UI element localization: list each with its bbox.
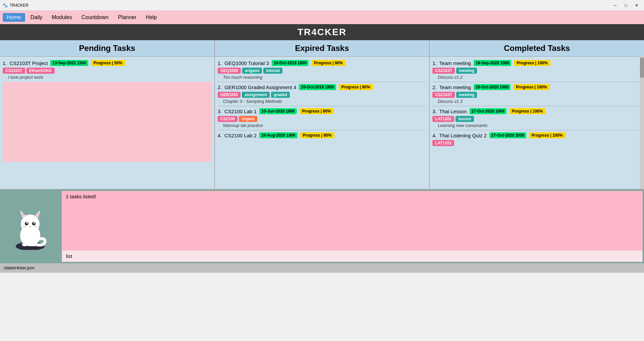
close-button[interactable]: ✕ xyxy=(632,2,641,9)
task-header: 1. Team meeting 19-Sep-2020 1000 Progres… xyxy=(432,59,641,67)
minimize-button[interactable]: ─ xyxy=(610,2,620,9)
console-output: 1 tasks listed! xyxy=(62,191,643,250)
cat-eye-highlight-right xyxy=(34,222,35,223)
task-tags: GEQ1000 origami tutorial xyxy=(218,68,427,74)
title-bar-label: TR4CKER xyxy=(10,3,29,8)
completed-task-1: 1. Team meeting 19-Sep-2020 1000 Progres… xyxy=(432,59,641,80)
cat-paw-right xyxy=(31,243,37,246)
expired-task-1: 1. GEQ1000 Tutorial 3 10-Oct-2019 1800 P… xyxy=(218,59,427,80)
task-header: 1. CS2103T Project 13-Sep-2021 1500 Prog… xyxy=(3,59,212,67)
menu-item-countdown[interactable]: Countdown xyxy=(77,13,113,22)
title-bar: 🐾 TR4CKER ─ □ ✕ xyxy=(0,0,644,11)
pending-header: Pending Tasks xyxy=(0,40,214,57)
pending-task-1: 1. CS2103T Project 13-Sep-2021 1500 Prog… xyxy=(3,59,212,80)
status-bar: .\data\tr4cker.json xyxy=(0,263,644,273)
completed-header: Completed Tasks xyxy=(430,40,644,57)
task-tags: CS2103T meeting xyxy=(432,92,641,98)
expired-column: Expired Tasks 1. GEQ1000 Tutorial 3 10-O… xyxy=(215,40,430,189)
task-header: 2. Team meeting 25-Oct-2020 1000 Progres… xyxy=(432,83,641,91)
task-header: 3. Thai Lesson 27-Oct-2020 1000 Progress… xyxy=(432,108,641,115)
expired-body: 1. GEQ1000 Tutorial 3 10-Oct-2019 1800 P… xyxy=(215,57,429,189)
completed-body: 1. Team meeting 19-Sep-2020 1000 Progres… xyxy=(430,57,644,189)
task-header: 2. GER1000 Graded Assignment 4 20-Oct-20… xyxy=(218,83,427,91)
maximize-button[interactable]: □ xyxy=(621,2,631,9)
title-bar-left: 🐾 TR4CKER xyxy=(3,3,29,8)
completed-task-2: 2. Team meeting 25-Oct-2020 1000 Progres… xyxy=(432,83,641,104)
console-input-row xyxy=(62,250,643,262)
task-header: 3. CS2100 Lab 1 10-Jun-2020 1800 Progres… xyxy=(218,108,427,115)
title-bar-controls: ─ □ ✕ xyxy=(610,2,641,9)
menu-item-daily[interactable]: Daily xyxy=(26,13,47,22)
task-tags: GER1000 assignment graded xyxy=(218,92,427,98)
cat-blush-right xyxy=(34,225,38,227)
task-tags: CS2103T meeting xyxy=(432,68,641,74)
cat-nose xyxy=(29,226,31,227)
task-header: 4. Thai Listening Quiz 2 27-Oct-2020 200… xyxy=(432,132,641,139)
completed-task-4: 4. Thai Listening Quiz 2 27-Oct-2020 200… xyxy=(432,132,641,146)
mascot-area xyxy=(0,190,60,263)
task-header: 4. CS2100 Lab 2 10-Aug-2020 1800 Progres… xyxy=(218,132,427,139)
cat-head xyxy=(21,214,40,233)
console-area: 1 tasks listed! xyxy=(60,190,644,263)
empty-area xyxy=(3,82,212,162)
expired-task-3: 3. CS2100 Lab 1 10-Jun-2020 1800 Progres… xyxy=(218,108,427,128)
menu-item-planner[interactable]: Planner xyxy=(114,13,141,22)
expired-task-4: 4. CS2100 Lab 2 10-Aug-2020 1800 Progres… xyxy=(218,132,427,139)
app-header: TR4CKER xyxy=(0,24,644,40)
cat-eye-highlight-left xyxy=(26,222,28,223)
cat-blush-left xyxy=(22,225,26,227)
task-tags: CS2103T EthanSGKK xyxy=(3,68,212,74)
app-icon: 🐾 xyxy=(3,3,8,8)
expired-header: Expired Tasks xyxy=(215,40,429,57)
mascot-svg xyxy=(7,203,54,250)
completed-task-3: 3. Thai Lesson 27-Oct-2020 1000 Progress… xyxy=(432,108,641,128)
app-title: TR4CKER xyxy=(298,27,346,38)
task-tags: LAT1201 xyxy=(432,140,641,146)
cat-paw-left xyxy=(22,243,28,246)
completed-column: Completed Tasks 1. Team meeting 19-Sep-2… xyxy=(430,40,644,189)
status-path: .\data\tr4cker.json xyxy=(3,266,35,270)
task-tags: CS2100 Urgent xyxy=(218,116,427,122)
pending-column: Pending Tasks 1. CS2103T Project 13-Sep-… xyxy=(0,40,215,189)
menu-bar: Home Daily Modules Countdown Planner Hel… xyxy=(0,11,644,24)
scrollbar-thumb[interactable] xyxy=(640,58,644,78)
console-input[interactable] xyxy=(62,251,642,262)
scrollbar-track[interactable] xyxy=(640,56,644,189)
menu-item-modules[interactable]: Modules xyxy=(48,13,76,22)
pending-body: 1. CS2103T Project 13-Sep-2021 1500 Prog… xyxy=(0,57,214,189)
menu-item-home[interactable]: Home xyxy=(3,13,25,22)
task-header: 1. GEQ1000 Tutorial 3 10-Oct-2019 1800 P… xyxy=(218,59,427,67)
expired-task-2: 2. GER1000 Graded Assignment 4 20-Oct-20… xyxy=(218,83,427,104)
menu-item-help[interactable]: Help xyxy=(142,13,161,22)
task-tags: LAT1201 lesson xyxy=(432,116,641,122)
bottom-section: 1 tasks listed! xyxy=(0,190,644,263)
